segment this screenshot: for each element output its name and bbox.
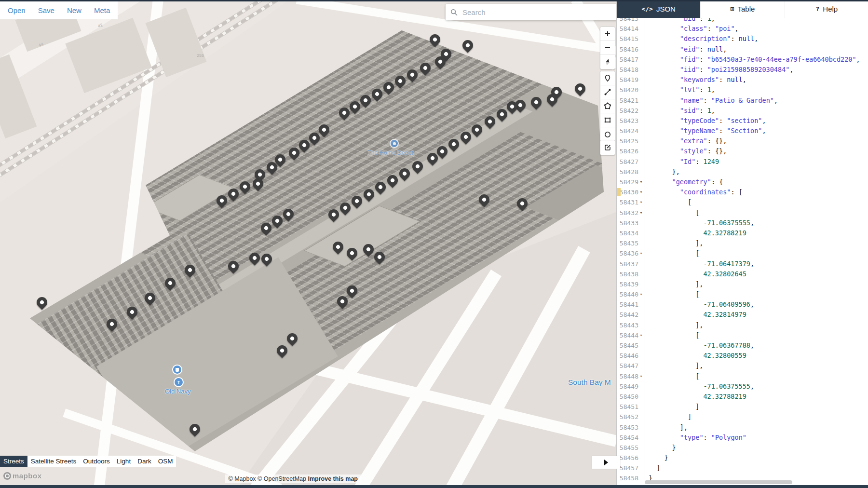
map-pin[interactable] xyxy=(34,295,49,310)
gutter-cell: 58423 xyxy=(617,116,645,126)
style-option-satellite-streets[interactable]: Satellite Streets xyxy=(27,456,80,467)
code-text: "name": "Patio & Garden", xyxy=(645,95,778,106)
line-number: 58451 xyxy=(620,402,638,412)
rectangle-icon xyxy=(604,116,611,124)
code-line: 58431▾[ xyxy=(617,197,868,207)
compass-button[interactable] xyxy=(600,55,615,69)
code-text: "geometry": { xyxy=(645,177,723,187)
zoom-in-button[interactable] xyxy=(600,27,615,41)
gutter-cell: 58419 xyxy=(617,75,645,85)
edit-features-button[interactable] xyxy=(600,140,615,155)
mapbox-logo[interactable]: mapbox xyxy=(3,472,42,480)
draw-marker-button[interactable] xyxy=(600,71,615,85)
line-number: 58413 xyxy=(620,18,638,24)
style-option-outdoors[interactable]: Outdoors xyxy=(80,456,113,467)
gutter-cell: 58422 xyxy=(617,106,645,116)
style-option-light[interactable]: Light xyxy=(113,456,134,467)
map-pin[interactable] xyxy=(460,38,475,53)
menu-item-save[interactable]: Save xyxy=(38,6,54,14)
code-text: "typeName": "Section", xyxy=(645,126,766,136)
gutter-cell: 58443 xyxy=(617,320,645,330)
mapbox-logo-text: mapbox xyxy=(13,472,42,480)
code-line: 58421"name": "Patio & Garden", xyxy=(617,95,868,106)
code-text: 42.32802645 xyxy=(645,269,746,279)
code-text: } xyxy=(645,453,668,463)
fold-arrow-icon[interactable]: ▾ xyxy=(638,187,644,197)
code-text: "sid": 1, xyxy=(645,106,715,116)
line-number: 58443 xyxy=(620,320,638,330)
gutter-cell: 58442 xyxy=(617,310,645,320)
gutter-cell: 58420 xyxy=(617,85,645,95)
improve-map-link[interactable]: Improve this map xyxy=(308,475,358,482)
json-editor[interactable]: 58413"bid": 1,58414"class": "poi",58415"… xyxy=(617,18,868,485)
side-panel: </>JSON⊞Table?Help 58413"bid": 1,58414"c… xyxy=(616,0,868,485)
style-option-streets[interactable]: Streets xyxy=(0,456,27,467)
code-line: 58457] xyxy=(617,463,868,473)
plus-icon xyxy=(604,30,611,37)
help-icon: ? xyxy=(815,5,819,13)
code-text: ], xyxy=(645,320,703,330)
menu-item-open[interactable]: Open xyxy=(8,6,26,14)
tab-json[interactable]: </>JSON xyxy=(617,0,700,18)
editor-horizontal-scrollbar[interactable] xyxy=(645,480,792,484)
search-input[interactable] xyxy=(461,8,616,17)
code-text: ], xyxy=(645,361,703,371)
line-number: 58417 xyxy=(620,54,638,65)
code-text: [ xyxy=(645,197,692,207)
fold-arrow-icon[interactable]: ▾ xyxy=(638,330,644,340)
code-line: 58432▾[ xyxy=(617,208,868,218)
store-label: The Home Depot xyxy=(367,149,413,156)
draw-circle-button[interactable] xyxy=(600,127,615,141)
code-line: 58426"style": {}, xyxy=(617,146,868,156)
gutter-cell: 58440▾ xyxy=(617,289,645,299)
code-text: -71.06375555, xyxy=(645,381,754,392)
zoom-out-button[interactable] xyxy=(600,41,615,55)
map-pin[interactable] xyxy=(572,81,587,96)
code-text: 42.32814979 xyxy=(645,310,746,320)
fold-arrow-icon[interactable]: ▾ xyxy=(638,248,644,258)
line-number: 58442 xyxy=(620,310,638,320)
code-text: "keywords": null, xyxy=(645,75,746,85)
fold-arrow-icon[interactable]: ▾ xyxy=(638,371,644,381)
draw-line-button[interactable] xyxy=(600,85,615,99)
code-line: 58452] xyxy=(617,412,868,422)
tab-label: Help xyxy=(823,5,838,13)
gutter-cell: 58450 xyxy=(617,392,645,402)
line-number: 58418 xyxy=(620,65,638,75)
tab-help[interactable]: ?Help xyxy=(785,0,868,18)
menu-item-new[interactable]: New xyxy=(67,6,81,14)
fold-arrow-icon[interactable]: ▾ xyxy=(638,289,644,299)
panel-collapse-button[interactable] xyxy=(592,456,620,469)
map-canvas[interactable]: 42 44 255 The Home Depot T Old Navy Sout… xyxy=(0,0,616,488)
fold-arrow-icon[interactable]: ▾ xyxy=(638,197,644,207)
fold-arrow-icon[interactable]: ▾ xyxy=(638,177,644,187)
gutter-cell: 58434 xyxy=(617,228,645,238)
gutter-cell: 58438 xyxy=(617,269,645,279)
search-box xyxy=(446,4,616,20)
code-text: -71.06409596, xyxy=(645,299,754,310)
zoom-controls xyxy=(600,27,615,69)
code-text: ], xyxy=(645,422,688,433)
code-text: "extra": {}, xyxy=(645,136,727,146)
style-option-dark[interactable]: Dark xyxy=(134,456,155,467)
line-number: 58438 xyxy=(620,269,638,279)
line-number: 58439 xyxy=(620,279,638,289)
code-text: "fid": "b65450a3-7e40-44ee-a79f-ea6640bc… xyxy=(645,54,860,65)
attribution-text[interactable]: © Mapbox © OpenStreetMap xyxy=(228,475,308,482)
draw-rectangle-button[interactable] xyxy=(600,113,615,127)
gutter-cell: 58453 xyxy=(617,422,645,433)
fold-arrow-icon[interactable]: ▾ xyxy=(638,208,644,218)
code-line: 5844242.32814979 xyxy=(617,310,868,320)
draw-polygon-button[interactable] xyxy=(600,99,615,113)
gutter-cell: 58448▾ xyxy=(617,371,645,381)
line-number: 58427 xyxy=(620,157,638,167)
tab-table[interactable]: ⊞Table xyxy=(700,0,784,18)
line-number: 58429 xyxy=(620,177,638,187)
code-line: 58433-71.06375555, xyxy=(617,218,868,228)
clothing-poi-icon: T xyxy=(174,377,184,387)
style-option-osm[interactable]: OSM xyxy=(155,456,176,467)
code-text: } xyxy=(645,443,676,453)
menu-item-meta[interactable]: Meta xyxy=(94,6,110,14)
code-line: 58429▾"geometry": { xyxy=(617,177,868,187)
search-icon xyxy=(450,9,458,16)
